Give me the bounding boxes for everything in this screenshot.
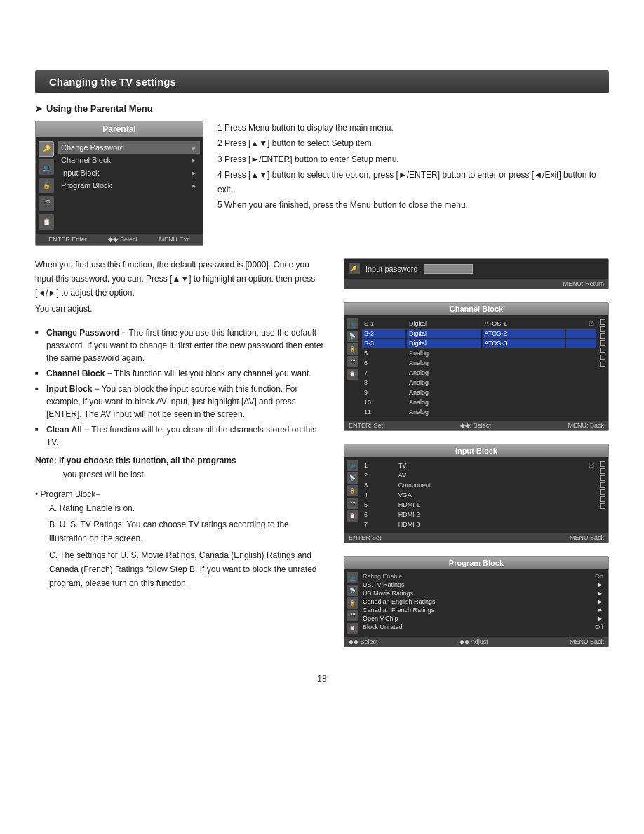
ch-icon-1: 📺 [347,318,358,329]
ib-row-3: 3Component [362,481,596,489]
section-title: Using the Parental Menu [35,103,609,114]
pb-icon-4: 🎬 [347,610,358,621]
input-block-panel: Input Block 📺 📡 🔒 🎬 📋 1TV☑ 2AV 3Componen… [344,444,609,543]
parental-menu-item-channel-block[interactable]: Channel Block ► [58,154,200,166]
program-block-intro: • Program Block− [35,488,327,502]
ch-check-6[interactable] [600,355,605,360]
ch-icon-3: 🔒 [347,343,358,355]
ch-check-2[interactable] [600,326,605,332]
bullet-input-block: Input Block − You can block the input so… [35,383,327,421]
channel-block-body: 📺 📡 🔒 🎬 📋 S-1DigitalATOS-1☑ S-2DigitalAT… [344,315,608,421]
instruction-step-3: Press [►/ENTER] button to enter Setup me… [217,152,609,166]
program-block-panel: Program Block 📺 📡 🔒 🎬 📋 Rating EnableOn … [344,556,609,647]
pb-block-unrated: Block UnratedOff [361,623,605,631]
parental-menu-panel: Parental 🔑 📺 🔒 🎬 📋 Change Password ► Cha… [35,121,203,246]
ch-check-4[interactable] [600,340,605,346]
ib-row-4: 4VGA [362,491,596,499]
input-password-label: Input password [365,265,418,273]
ib-check-7[interactable] [600,503,605,509]
parental-icon-3: 🔒 [39,178,54,193]
arrow-icon: ► [190,157,197,164]
ch-row-5: 5Analog [362,349,596,357]
instruction-step-4: Press [▲▼] button to select the option, … [217,168,609,197]
pb-us-tv[interactable]: US.TV Ratings► [361,581,605,589]
pb-item-b: B. U. S. TV Ratings: You can choose TV r… [49,518,327,546]
input-block-icons: 📺 📡 🔒 🎬 📋 [347,460,358,530]
pb-item-c: C. The settings for U. S. Movie Ratings,… [49,549,327,590]
channel-block-footer: ENTER: Set ◆◆: Select MENU: Back [344,421,608,430]
ch-row-7: 7Analog [362,369,596,377]
parental-menu-icons: 🔑 📺 🔒 🎬 📋 [39,141,54,230]
program-block-footer: ◆◆ Select ◆◆ Adjust MENU Back [344,637,608,647]
ch-check-1[interactable] [600,319,605,325]
page-number: 18 [0,674,644,684]
ib-check-1[interactable] [600,461,605,467]
parental-menu-footer: ENTER Enter ◆◆ Select MENU Exit [36,234,203,245]
program-block-section: • Program Block− A. Rating Enable is on.… [35,488,327,591]
instructions-panel: Press Menu button to display the main me… [217,121,609,246]
parental-icon-1: 🔑 [39,141,54,157]
parental-menu-title: Parental [36,121,203,137]
ib-check-2[interactable] [600,468,605,474]
arrow-icon: ► [190,144,197,152]
instructions-list: Press Menu button to display the main me… [217,121,609,212]
ib-row-6: 6HDMI 2 [362,510,596,519]
ib-check-5[interactable] [600,489,605,495]
parental-menu-item-change-password[interactable]: Change Password ► [58,141,200,154]
input-password-panel: 🔑 Input password MENU: Return [344,258,609,289]
parental-menu-item-program-block[interactable]: Program Block ► [58,179,200,192]
input-password-field[interactable] [424,264,473,274]
input-block-title: Input Block [344,444,608,457]
program-block-body: 📺 📡 🔒 🎬 📋 Rating EnableOn US.TV Ratings►… [344,569,608,637]
pb-icon-3: 🔒 [347,597,358,609]
ch-row-6: 6Analog [362,359,596,367]
ib-icon-1: 📺 [347,460,358,471]
channel-block-title: Channel Block [344,303,608,315]
parental-menu-body: 🔑 📺 🔒 🎬 📋 Change Password ► Channel Bloc… [36,137,203,234]
pb-open-vchip[interactable]: Open V.Chip► [361,614,605,623]
ib-check-4[interactable] [600,482,605,488]
bullet-channel-block: Channel Block − This function will let y… [35,367,327,380]
intro-text: When you first use this function, the de… [35,258,327,300]
page-header-title: Changing the TV settings [35,70,609,93]
pb-icon-5: 📋 [347,623,358,634]
ib-row-7: 7HDMI 3 [362,520,596,529]
instruction-step-5: When you are finished, press the Menu bu… [217,198,609,212]
ib-icon-2: 📡 [347,472,358,484]
input-block-table: 1TV☑ 2AV 3Component 4VGA 5HDMI 1 6HDMI 2… [361,460,598,530]
section-title-text: Using the Parental Menu [46,103,153,114]
lock-icon: 🔑 [349,263,360,274]
ib-check-3[interactable] [600,475,605,481]
ch-check-7[interactable] [600,362,605,367]
parental-icon-5: 📋 [39,214,54,230]
ib-check-6[interactable] [600,496,605,502]
ch-check-5[interactable] [600,348,605,353]
ib-row-5: 5HDMI 1 [362,501,596,509]
channel-block-panel: Channel Block 📺 📡 🔒 🎬 📋 S-1DigitalATOS-1… [344,302,609,431]
ch-row-9: 9Analog [362,388,596,397]
parental-menu-items: Change Password ► Channel Block ► Input … [58,141,200,230]
input-password-row: 🔑 Input password [344,259,608,279]
channel-table: S-1DigitalATOS-1☑ S-2DigitalATOS-2 S-3Di… [361,318,598,418]
pb-us-movie[interactable]: US.Movie Ratings► [361,589,605,597]
instruction-step-2: Press [▲▼] button to select Setup item. [217,136,609,150]
body-left-col: When you first use this function, the de… [35,258,327,653]
ch-icon-4: 🎬 [347,356,358,367]
pb-canadian-english[interactable]: Canadian English Ratings► [361,597,605,606]
parental-menu-item-input-block[interactable]: Input Block ► [58,166,200,179]
arrow-icon: ► [190,169,197,177]
ch-row-11: 11Analog [362,408,596,416]
ch-row-s3: S-3DigitalATOS-3 [362,339,596,348]
ib-row-1: 1TV☑ [362,461,596,470]
ch-check-3[interactable] [600,333,605,339]
ib-icon-4: 🎬 [347,498,358,509]
program-block-icons: 📺 📡 🔒 🎬 📋 [347,572,358,634]
bullet-clean-all: Clean All − This function will let you c… [35,423,327,449]
input-block-body: 📺 📡 🔒 🎬 📋 1TV☑ 2AV 3Component 4VGA 5HDMI… [344,457,608,533]
pb-canadian-french[interactable]: Canadian French Ratings► [361,606,605,614]
ch-icon-2: 📡 [347,331,358,342]
pb-icon-2: 📡 [347,585,358,596]
input-checkboxes-right [600,460,605,530]
main-content-row: Parental 🔑 📺 🔒 🎬 📋 Change Password ► Cha… [35,121,609,246]
body-columns: When you first use this function, the de… [35,258,609,653]
